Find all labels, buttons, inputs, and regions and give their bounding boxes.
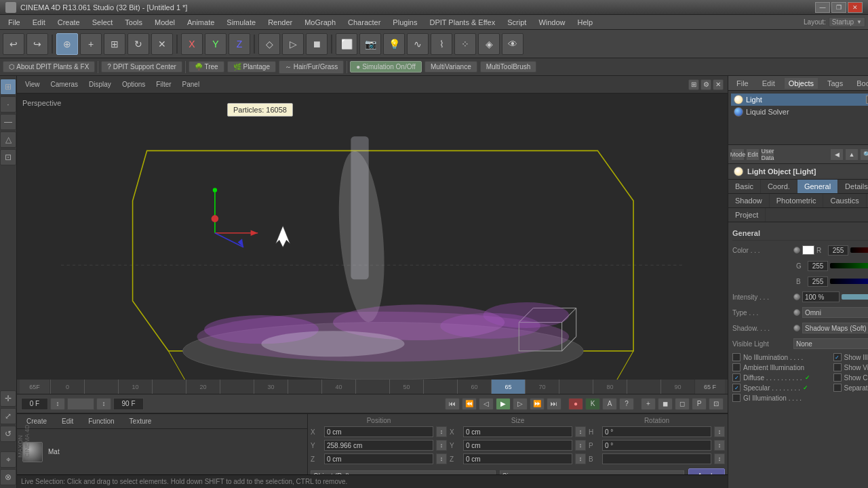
size-y-stepper[interactable]: ↕	[575, 440, 586, 451]
eye-button[interactable]: 👁	[502, 33, 524, 55]
move-tool-button[interactable]: ✛	[0, 390, 16, 407]
rot-p-stepper[interactable]: ↕	[714, 440, 725, 451]
diffuse-checkbox[interactable]	[732, 373, 741, 382]
dpit-support-button[interactable]: ? DPIT Support Center	[101, 61, 182, 73]
display-menu[interactable]: Display	[85, 79, 115, 89]
light-object-row[interactable]: Light ✓ ✓ ✓ ⊕ ⊕	[731, 94, 868, 106]
rot-b-stepper[interactable]: ↕	[714, 453, 725, 464]
show-clipping-checkbox[interactable]	[833, 373, 842, 382]
menu-dpit-plants-&-effex[interactable]: DPIT Plants & Effex	[424, 17, 500, 28]
z-axis-button[interactable]: Z	[229, 33, 250, 55]
y-axis-button[interactable]: Y	[205, 33, 226, 55]
frame-stepper[interactable]: ↕	[50, 398, 65, 410]
type-dropdown[interactable]: Omni ▼	[802, 307, 868, 318]
panel-menu[interactable]: Panel	[178, 79, 204, 89]
particles-button[interactable]: ⁘	[454, 33, 476, 55]
uvw-mode-button[interactable]: ⊡	[0, 149, 16, 165]
r-field[interactable]	[828, 245, 848, 256]
gi-illumination-checkbox[interactable]	[732, 394, 741, 402]
file-tab[interactable]: File	[732, 78, 753, 89]
specular-checkbox[interactable]	[732, 384, 741, 392]
bookmark-tab[interactable]: Bookmark	[852, 78, 868, 89]
menu-select[interactable]: Select	[87, 17, 119, 28]
points-mode-button[interactable]: ·	[0, 96, 16, 113]
g-field[interactable]	[808, 261, 828, 271]
tags-tab[interactable]: Tags	[823, 78, 847, 89]
basic-tab[interactable]: Basic	[728, 180, 761, 193]
scale-tool-button[interactable]: ⤢	[0, 408, 16, 424]
rot-h-field[interactable]	[602, 426, 711, 437]
3d-viewport[interactable]: Perspective Particles: 16058	[17, 94, 728, 380]
g-slider[interactable]	[830, 263, 868, 268]
size-z-stepper[interactable]: ↕	[575, 453, 586, 464]
size-x-stepper[interactable]: ↕	[575, 426, 586, 437]
timeline-btn5[interactable]: ⊡	[709, 398, 724, 410]
null-button[interactable]: ◇	[258, 33, 280, 55]
undo-button[interactable]: ↩	[3, 33, 24, 55]
spline-button[interactable]: ∿	[407, 33, 429, 55]
layout-dropdown[interactable]: Startup ▼	[829, 17, 865, 27]
menu-create[interactable]: Create	[52, 17, 85, 28]
viewport-mode-button[interactable]: ⊞	[0, 79, 16, 95]
menu-file[interactable]: File	[3, 17, 26, 28]
multitoolbrush-button[interactable]: MultiToolBrush	[480, 61, 537, 73]
project-tab[interactable]: Project	[728, 208, 766, 222]
poly-mode-button[interactable]: △	[0, 131, 16, 148]
viewport-options-button[interactable]: ⚙	[701, 79, 711, 90]
frame-current-field[interactable]	[67, 398, 94, 410]
edges-mode-button[interactable]: —	[0, 114, 16, 130]
live-select-button[interactable]: ⊕	[56, 33, 78, 55]
timeline-btn4[interactable]: P	[692, 398, 707, 410]
props-search[interactable]: 🔍	[860, 148, 868, 161]
brush-tool-button[interactable]: ⌖	[0, 451, 16, 468]
prev-step-button[interactable]: ◁	[479, 398, 494, 410]
shadow-tab[interactable]: Shadow	[728, 194, 770, 207]
add-button[interactable]: +	[80, 33, 102, 55]
viewport-maximize-button[interactable]: ⊞	[688, 79, 699, 90]
frame-start-field[interactable]	[21, 398, 48, 410]
pos-y-stepper[interactable]: ↕	[436, 440, 447, 451]
minimize-button[interactable]: —	[815, 2, 830, 13]
edit-btn[interactable]: Edit	[746, 148, 760, 161]
pos-x-field[interactable]	[324, 426, 433, 437]
menu-model[interactable]: Model	[149, 17, 180, 28]
general-tab[interactable]: General	[797, 180, 838, 193]
rotate-tool-button[interactable]: ↺	[0, 426, 16, 442]
show-illumination-checkbox[interactable]	[833, 353, 842, 361]
pos-y-field[interactable]	[324, 440, 433, 451]
show-visible-light-checkbox[interactable]	[833, 363, 842, 371]
key-button[interactable]: K	[585, 398, 600, 410]
next-frame-button[interactable]: ⏩	[530, 398, 545, 410]
plantage-button[interactable]: 🌿 Plantage	[227, 61, 276, 73]
redo-button[interactable]: ↪	[26, 33, 48, 55]
cameras-menu[interactable]: Cameras	[47, 79, 83, 89]
paint-tool-button[interactable]: ⊗	[0, 469, 16, 485]
light-button[interactable]: 💡	[383, 33, 405, 55]
liquid-solver-row[interactable]: Liquid Solver ✓ ✓ ⊕	[731, 106, 868, 118]
goto-end-button[interactable]: ⏭	[547, 398, 561, 410]
mat-edit-tab[interactable]: Edit	[56, 416, 79, 426]
rot-h-stepper[interactable]: ↕	[714, 426, 725, 437]
next-step-button[interactable]: ▷	[513, 398, 528, 410]
frame-end-stepper[interactable]: ↕	[96, 398, 111, 410]
view-menu[interactable]: View	[21, 79, 44, 89]
timeline-btn2[interactable]: ◼	[658, 398, 673, 410]
tree-button[interactable]: 🌳 Tree	[189, 61, 224, 73]
menu-help[interactable]: Help	[572, 17, 599, 28]
intensity-slider[interactable]	[842, 294, 868, 300]
hair-button[interactable]: ～ Hair/Fur/Grass	[279, 60, 344, 74]
menu-render[interactable]: Render	[262, 17, 298, 28]
menu-plugins[interactable]: Plugins	[387, 17, 422, 28]
menu-simulate[interactable]: Simulate	[221, 17, 261, 28]
menu-animate[interactable]: Animate	[182, 17, 220, 28]
x-axis-button[interactable]: X	[181, 33, 203, 55]
simulation-button[interactable]: ● Simulation On/Off	[350, 61, 422, 73]
options-menu[interactable]: Options	[118, 79, 149, 89]
separate-pass-checkbox[interactable]	[833, 384, 842, 392]
rot-p-field[interactable]	[602, 440, 711, 451]
rot-b-field[interactable]	[602, 453, 711, 464]
filter-menu[interactable]: Filter	[152, 79, 175, 89]
menu-edit[interactable]: Edit	[27, 17, 51, 28]
edit-tab[interactable]: Edit	[758, 78, 779, 89]
close-button[interactable]: ✕	[848, 2, 863, 13]
